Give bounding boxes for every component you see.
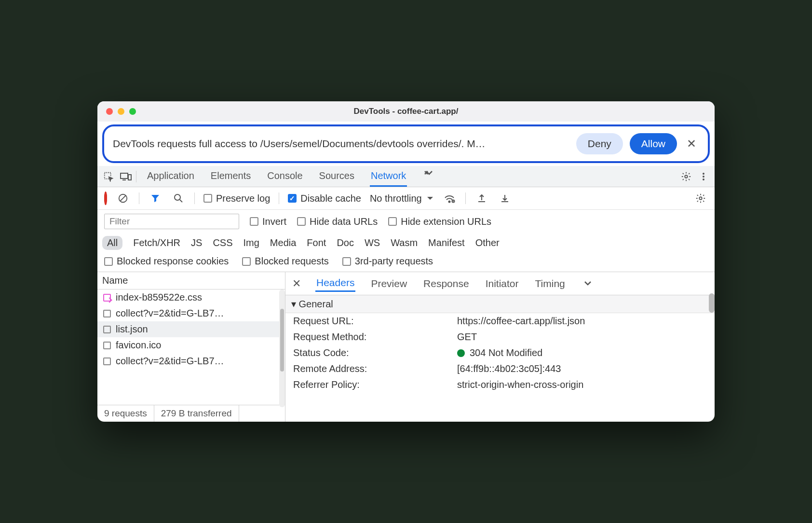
window-close-button[interactable]: [106, 108, 113, 115]
tab-elements[interactable]: Elements: [210, 166, 252, 187]
titlebar: DevTools - coffee-cart.app/: [97, 101, 715, 122]
panel-tabs: Application Elements Console Sources Net…: [97, 166, 715, 187]
hide-extension-urls-checkbox[interactable]: Hide extension URLs: [388, 216, 491, 227]
scrollbar[interactable]: [279, 289, 285, 407]
tab-application[interactable]: Application: [146, 166, 195, 187]
svg-point-7: [703, 179, 704, 180]
tab-network[interactable]: Network: [370, 166, 407, 187]
device-toggle-icon[interactable]: [119, 169, 133, 184]
table-row[interactable]: favicon.ico: [97, 337, 285, 353]
gear-icon[interactable]: [679, 169, 693, 184]
type-doc[interactable]: Doc: [337, 237, 354, 248]
svg-point-5: [703, 173, 704, 175]
request-icon: [103, 326, 111, 333]
network-conditions-icon[interactable]: [442, 191, 457, 206]
scrollbar[interactable]: [709, 293, 715, 313]
table-row[interactable]: collect?v=2&tid=G-LB7…: [97, 353, 285, 369]
window-zoom-button[interactable]: [129, 108, 136, 115]
svg-point-4: [685, 175, 688, 178]
svg-point-14: [699, 197, 702, 200]
status-requests: 9 requests: [97, 405, 154, 422]
more-tabs-icon[interactable]: [581, 276, 595, 291]
separator: [465, 193, 466, 204]
type-img[interactable]: Img: [244, 237, 259, 248]
filter-row: Invert Hide data URLs Hide extension URL…: [97, 210, 715, 233]
name-column-header[interactable]: Name: [97, 272, 285, 289]
third-party-checkbox[interactable]: 3rd-party requests: [342, 256, 433, 267]
tab-initiator[interactable]: Initiator: [485, 276, 520, 291]
table-row[interactable]: index-b859522e.css: [97, 289, 285, 305]
download-icon[interactable]: [498, 191, 512, 206]
preserve-log-checkbox[interactable]: Preserve log: [203, 193, 270, 204]
deny-button[interactable]: Deny: [576, 133, 623, 154]
svg-line-9: [121, 196, 126, 201]
type-other[interactable]: Other: [475, 237, 500, 248]
blocked-requests-checkbox[interactable]: Blocked requests: [242, 256, 328, 267]
clear-icon[interactable]: [116, 191, 130, 206]
tab-console[interactable]: Console: [266, 166, 303, 187]
request-icon: [103, 310, 111, 317]
tab-timing[interactable]: Timing: [534, 276, 566, 291]
type-media[interactable]: Media: [270, 237, 296, 248]
close-icon[interactable]: ✕: [684, 137, 699, 151]
close-icon[interactable]: ✕: [292, 277, 301, 290]
throttling-select[interactable]: No throttling: [370, 193, 433, 204]
filter-input[interactable]: [104, 214, 239, 229]
request-icon: [103, 342, 111, 349]
upload-icon[interactable]: [474, 191, 489, 206]
status-transferred: 279 B transferred: [154, 405, 239, 422]
status-dot-icon: [457, 349, 465, 357]
table-row[interactable]: list.json: [97, 321, 285, 337]
window-minimize-button[interactable]: [118, 108, 124, 115]
general-section-header[interactable]: ▾ General: [285, 295, 715, 313]
request-method-row: Request Method:GET: [285, 329, 715, 345]
disable-cache-label: Disable cache: [300, 193, 361, 204]
type-ws[interactable]: WS: [365, 237, 380, 248]
tab-headers[interactable]: Headers: [315, 275, 355, 292]
filter-icon[interactable]: [148, 191, 162, 206]
request-icon: [103, 358, 111, 365]
type-all[interactable]: All: [102, 236, 122, 250]
type-css[interactable]: CSS: [213, 237, 232, 248]
hide-data-urls-checkbox[interactable]: Hide data URLs: [297, 216, 378, 227]
type-manifest[interactable]: Manifest: [428, 237, 465, 248]
chevron-down-icon: [427, 196, 433, 201]
table-row[interactable]: collect?v=2&tid=G-LB7…: [97, 305, 285, 321]
content-area: Name index-b859522e.css collect?v=2&tid=…: [97, 272, 715, 422]
allow-button[interactable]: Allow: [630, 133, 677, 154]
record-button[interactable]: [104, 193, 107, 204]
separator: [136, 171, 136, 182]
status-bar: 9 requests 279 B transferred: [97, 405, 285, 422]
svg-rect-1: [121, 173, 128, 179]
svg-line-11: [180, 200, 182, 202]
separator: [139, 193, 139, 204]
svg-point-12: [448, 201, 450, 203]
detail-tabs: ✕ Headers Preview Response Initiator Tim…: [285, 272, 715, 295]
gear-icon[interactable]: [693, 191, 708, 206]
tab-sources[interactable]: Sources: [318, 166, 355, 187]
search-icon[interactable]: [171, 191, 186, 206]
type-fetch[interactable]: Fetch/XHR: [133, 237, 180, 248]
detail-panel: ✕ Headers Preview Response Initiator Tim…: [285, 272, 715, 422]
request-list-panel: Name index-b859522e.css collect?v=2&tid=…: [97, 272, 285, 422]
type-js[interactable]: JS: [191, 237, 202, 248]
invert-checkbox[interactable]: Invert: [250, 216, 286, 227]
kebab-icon[interactable]: [696, 169, 711, 184]
blocked-cookies-checkbox[interactable]: Blocked response cookies: [104, 256, 229, 267]
override-icon: [103, 294, 111, 302]
svg-rect-3: [128, 175, 131, 180]
type-font[interactable]: Font: [307, 237, 326, 248]
access-alert: DevTools requests full access to /Users/…: [102, 124, 710, 163]
more-tabs-icon[interactable]: [421, 166, 436, 181]
disable-cache-checkbox[interactable]: Disable cache: [288, 193, 361, 204]
preserve-log-label: Preserve log: [216, 193, 270, 204]
tab-response[interactable]: Response: [422, 276, 470, 291]
filter-options-row: Blocked response cookies Blocked request…: [97, 253, 715, 272]
inspect-icon[interactable]: [101, 169, 116, 184]
type-wasm[interactable]: Wasm: [391, 237, 418, 248]
separator: [194, 193, 195, 204]
alert-message: DevTools requests full access to /Users/…: [113, 138, 569, 150]
throttling-value: No throttling: [370, 193, 422, 204]
tab-preview[interactable]: Preview: [370, 276, 408, 291]
referrer-policy-row: Referrer Policy:strict-origin-when-cross…: [285, 377, 715, 393]
